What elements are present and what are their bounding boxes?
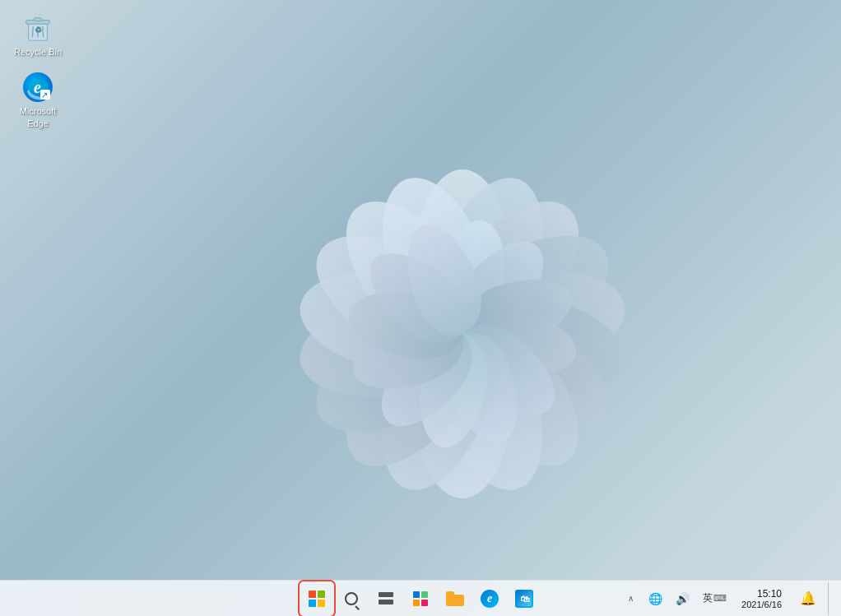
start-button[interactable]: [300, 582, 333, 615]
task-view-icon: [379, 592, 393, 604]
search-icon: [345, 592, 358, 605]
clock-date: 2021/6/16: [741, 600, 782, 609]
ime-tray-button[interactable]: 英 ⌨: [698, 588, 732, 609]
volume-tray-button[interactable]: 🔊: [671, 589, 695, 609]
ime-icon: ⌨: [713, 593, 727, 604]
edge-desktop-label: Microsoft Edge: [12, 105, 64, 129]
clock-time: 15:10: [757, 588, 782, 600]
recycle-bin-label: Recycle Bin: [14, 46, 62, 58]
recycle-bin-icon[interactable]: ♻ Recycle Bin: [8, 8, 67, 61]
win-logo-q3: [309, 600, 316, 607]
edge-svg: e ↗: [22, 72, 53, 103]
widget-cell: [421, 591, 428, 598]
network-icon: 🌐: [648, 592, 662, 605]
win-logo-q2: [318, 591, 325, 598]
svg-text:♻: ♻: [35, 25, 42, 35]
widget-cell: [421, 600, 428, 606]
tv-rect-bottom: [379, 600, 393, 604]
file-explorer-button[interactable]: [439, 582, 472, 615]
windows-logo-icon: [309, 591, 325, 607]
system-tray: ∧ 🌐 🔊 英 ⌨ 15:10 2021/6/16 🔔: [620, 582, 834, 615]
edge-desktop-image: e ↗: [21, 71, 54, 104]
svg-line-5: [43, 26, 44, 37]
edge-taskbar-button[interactable]: e: [473, 582, 506, 615]
task-view-button[interactable]: [369, 582, 402, 615]
desktop: ♻ Recycle Bin e: [0, 0, 841, 616]
notification-button[interactable]: 🔔: [792, 582, 825, 615]
tv-rect-top: [379, 592, 393, 597]
win-logo-q1: [309, 591, 316, 598]
language-label: 英: [703, 591, 713, 605]
taskbar: e 🛍: [0, 580, 841, 616]
chevron-up-icon: ∧: [628, 594, 634, 603]
recycle-bin-svg: ♻: [22, 12, 53, 44]
volume-icon: 🔊: [676, 592, 690, 605]
widgets-icon: [413, 591, 428, 606]
widget-cell: [413, 591, 420, 598]
search-button[interactable]: [335, 582, 368, 615]
wallpaper-flower: [216, 79, 709, 589]
svg-text:e: e: [34, 78, 41, 96]
widget-cell: [413, 600, 420, 606]
store-svg: 🛍: [517, 591, 532, 606]
notification-icon: 🔔: [800, 591, 816, 606]
wallpaper: [0, 0, 841, 616]
folder-icon: [446, 591, 464, 606]
store-icon: 🛍: [515, 590, 533, 608]
edge-taskbar-icon: e: [481, 590, 499, 608]
desktop-icons: ♻ Recycle Bin e: [8, 8, 67, 132]
svg-rect-2: [34, 18, 42, 21]
svg-line-3: [32, 26, 33, 37]
win-logo-q4: [318, 600, 325, 607]
show-hidden-icons-button[interactable]: ∧: [620, 582, 640, 615]
clock-area[interactable]: 15:10 2021/6/16: [735, 586, 788, 611]
show-desktop-button[interactable]: [828, 582, 834, 615]
store-taskbar-button[interactable]: 🛍: [508, 582, 541, 615]
edge-desktop-icon[interactable]: e ↗ Microsoft Edge: [8, 67, 67, 132]
taskbar-center: e 🛍: [300, 582, 541, 615]
widgets-button[interactable]: [404, 582, 437, 615]
svg-text:↗: ↗: [41, 90, 48, 100]
network-tray-button[interactable]: 🌐: [644, 589, 667, 609]
recycle-bin-image: ♻: [21, 12, 54, 44]
svg-text:🛍: 🛍: [520, 594, 530, 604]
